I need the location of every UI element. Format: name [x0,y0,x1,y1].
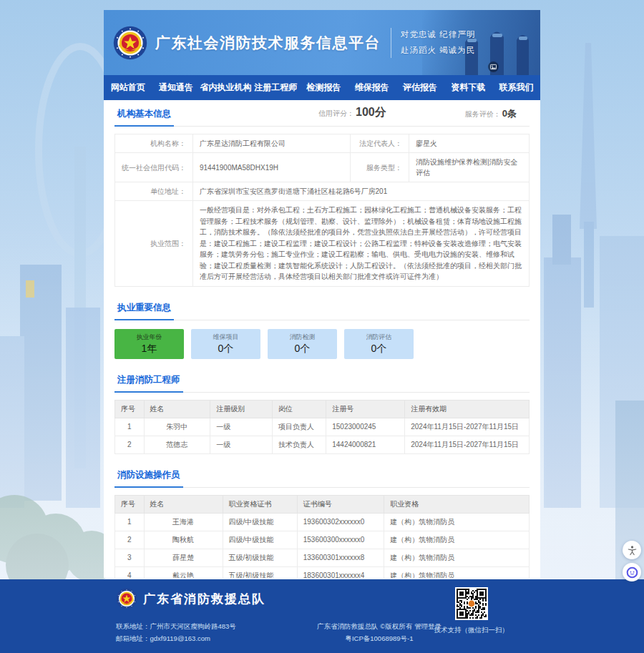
table-cell: 1 [115,513,145,531]
qr-code [455,587,488,620]
column-header: 证书编号 [297,495,384,513]
table-cell: 建（构）筑物消防员 [384,566,530,578]
legal-representative: 廖星火 [409,134,530,153]
banner-divider [391,28,391,58]
table-cell: 3 [115,549,145,566]
column-header: 序号 [115,495,145,513]
table-cell: 一级 [210,418,273,436]
floating-buttons [623,541,641,581]
table-cell: 193600302xxxxxx0 [297,513,384,531]
chat-robot-icon[interactable] [623,563,641,581]
table-cell: 建（构）筑物消防员 [384,513,530,531]
table-row: 2范德志一级技术负责人144240008212024年11月15日-2027年1… [115,436,530,453]
table-cell: 14424000821 [326,436,405,453]
qr-caption: 技术支持（微信扫一扫） [434,626,509,635]
nav-item-1[interactable]: 通知通告 [152,75,200,100]
table-cell: 五级/初级技能 [223,566,297,578]
table-cell: 1 [115,418,145,436]
service-review: 服务评价： 0条 [465,107,517,126]
table-cell: 朱羽中 [144,418,210,436]
table-cell: 技术负责人 [272,436,326,453]
table-cell: 四级/中级技能 [223,513,297,531]
table-row: 2陶秋航四级/中级技能153600300xxxxxx0建（构）筑物消防员 [115,531,530,549]
stat-fire-inspections: 消防检测 0个 [268,329,337,359]
nav-item-3[interactable]: 注册工程师 [252,75,300,100]
table-row: 机构名称： 广东星达消防工程有限公司 法定代表人： 廖星火 [115,134,530,153]
table-cell: 15023000245 [326,418,405,436]
table-header-row: 序号姓名职业资格证书证书编号职业资格 [115,495,530,513]
operators-section-title: 消防设施操作员 [114,461,183,488]
main-nav: 网站首页通知通告省内执业机构注册工程师检测报告维保报告评估报告资料下载联系我们 [104,75,540,100]
engineers-section-header: 注册消防工程师 [114,366,530,393]
table-cell: 范德志 [144,436,210,453]
operators-table: 序号姓名职业资格证书证书编号职业资格 1王海港四级/中级技能193600302x… [114,495,530,579]
content-card: 机构基本信息 信用评分： 100分 服务评价： 0条 机构名称： 广东星达消防工… [104,100,540,578]
table-cell: 五级/初级技能 [223,549,297,566]
table-cell: 183600301xxxxxx4 [297,566,384,578]
page-footer: 广东省消防救援总队 联系地址：广州市天河区瘦狗岭路483号 邮箱地址：gdxf9… [0,579,644,653]
table-cell: 建（构）筑物消防员 [384,549,530,566]
table-cell: 2024年11月15日-2027年11月15日 [405,418,530,436]
credit-score-value: 100分 [356,105,386,120]
stats-section-header: 执业重要信息 [114,294,530,320]
column-header: 注册号 [326,400,405,418]
column-header: 姓名 [144,400,210,418]
table-row: 执业范围： 一般经营项目是：对外承包工程；土石方工程施工；园林绿化工程施工；普通… [115,201,530,287]
column-header: 序号 [115,400,145,418]
main-column: 广东社会消防技术服务信息平台 对党忠诚 纪律严明 赴汤蹈火 竭诚为民 网站首页通… [104,10,540,578]
table-row: 4戴云艳五级/初级技能183600301xxxxxx4建（构）筑物消防员 [115,566,530,578]
table-cell: 项目负责人 [272,418,326,436]
stat-maintenance-projects: 维保项目 0个 [191,329,260,359]
org-info-table: 机构名称： 广东星达消防工程有限公司 法定代表人： 廖星火 统一社会信用代码： … [114,134,530,287]
fire-rescue-emblem-icon [113,26,147,60]
table-cell: 2 [115,531,145,549]
nav-item-7[interactable]: 资料下载 [444,75,492,100]
org-section-title: 机构基本信息 [114,100,174,127]
nav-item-4[interactable]: 检测报告 [300,75,348,100]
site-banner: 广东社会消防技术服务信息平台 对党忠诚 纪律严明 赴汤蹈火 竭诚为民 [104,10,540,75]
table-cell: 四级/中级技能 [223,531,297,549]
table-row: 1王海港四级/中级技能193600302xxxxxx0建（构）筑物消防员 [115,513,530,531]
contact-address: 联系地址：广州市天河区瘦狗岭路483号 [116,620,236,632]
table-cell: 153600300xxxxxx0 [297,531,384,549]
nav-item-0[interactable]: 网站首页 [104,75,152,100]
table-cell: 一级 [210,436,273,453]
column-header: 职业资格 [384,495,530,513]
org-address: 广东省深圳市宝安区燕罗街道塘下涌社区桂花路6号厂房201 [193,182,530,201]
table-row: 统一社会信用代码： 91441900MA58DHX19H 服务类型： 消防设施维… [115,153,530,182]
nav-item-2[interactable]: 省内执业机构 [200,75,252,100]
footer-qr-block: 技术支持（微信扫一扫） [434,587,509,635]
site-title: 广东社会消防技术服务信息平台 [155,33,381,53]
accessibility-icon[interactable] [623,541,641,559]
nav-item-6[interactable]: 评估报告 [396,75,444,100]
column-header: 职业资格证书 [223,495,297,513]
table-cell: 2024年11月15日-2027年11月15日 [405,436,530,453]
nav-item-8[interactable]: 联系我们 [492,75,540,100]
table-cell: 薛星楚 [144,549,223,566]
column-header: 注册有效期 [405,400,530,418]
column-header: 岗位 [272,400,326,418]
footer-brand-name: 广东省消防救援总队 [143,591,265,607]
service-type: 消防设施维护保养检测|消防安全评估 [409,153,530,182]
footer-brand: 广东省消防救援总队 [116,588,265,609]
service-review-value: 0条 [502,107,517,120]
slogan-line-1: 对党忠诚 纪律严明 [401,27,475,43]
contact-email: 邮箱地址：gdxf9119@163.com [116,632,236,644]
footer-contact: 联系地址：广州市天河区瘦狗岭路483号 邮箱地址：gdxf9119@163.co… [116,620,236,644]
credit-code: 91441900MA58DHX19H [193,153,351,182]
operators-section-header: 消防设施操作员 [114,461,530,488]
engineers-section-title: 注册消防工程师 [114,366,183,393]
table-row: 1朱羽中一级项目负责人150230002452024年11月15日-2027年1… [115,418,530,436]
table-cell: 4 [115,566,145,578]
table-cell: 陶秋航 [144,531,223,549]
column-header: 姓名 [144,495,223,513]
nav-item-5[interactable]: 维保报告 [348,75,396,100]
table-header-row: 序号姓名注册级别岗位注册号注册有效期 [115,400,530,418]
table-cell: 戴云艳 [144,566,223,578]
credit-score: 信用评分： 100分 [318,105,386,126]
business-scope: 一般经营项目是：对外承包工程；土石方工程施工；园林绿化工程施工；普通机械设备安装… [193,201,530,287]
stat-fire-assessments: 消防评估 0个 [344,329,414,359]
table-row: 单位地址： 广东省深圳市宝安区燕罗街道塘下涌社区桂花路6号厂房201 [115,182,530,201]
org-name: 广东星达消防工程有限公司 [193,134,351,153]
image-icon[interactable] [488,62,499,72]
